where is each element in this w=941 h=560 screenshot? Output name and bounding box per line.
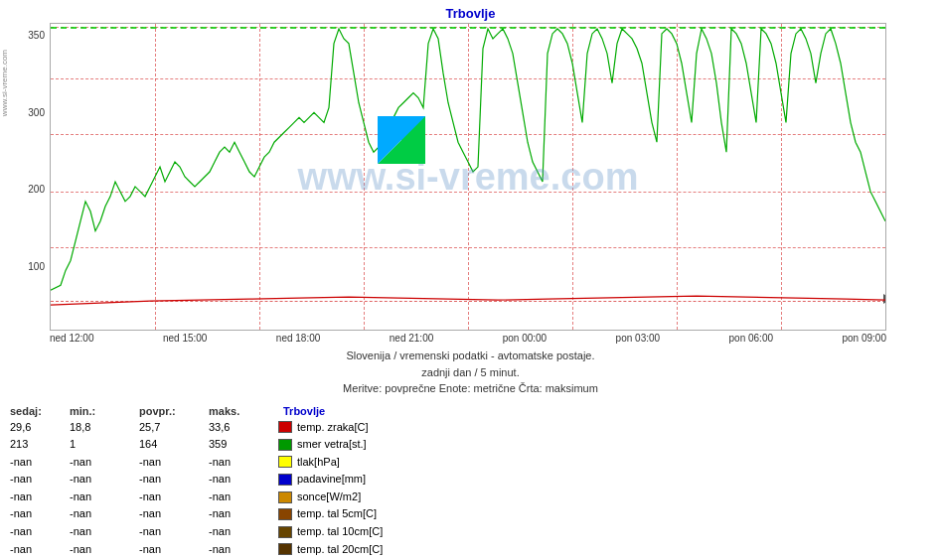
legend-color-2	[278, 456, 292, 468]
chart-area: www.si-vreme.com	[50, 23, 886, 331]
chart-svg	[51, 24, 885, 330]
legend-color-3	[278, 474, 292, 486]
legend-color-4	[278, 491, 292, 503]
stats-rows: 29,6 18,8 25,7 33,6 temp. zraka[C] 213 1…	[10, 419, 931, 561]
main-container: Trbovlje 350 300 200 100 www.si-vreme.co…	[0, 0, 941, 560]
stats-row-2: -nan -nan -nan -nan tlak[hPa]	[10, 454, 931, 472]
legend-label-7: temp. tal 20cm[C]	[297, 541, 383, 559]
stats-row-1: 213 1 164 359 smer vetra[st.]	[10, 436, 931, 454]
stats-header-row: sedaj: min.: povpr.: maks. Trbovlje	[10, 405, 931, 417]
legend-color-7	[278, 543, 292, 555]
stats-row-4: -nan -nan -nan -nan sonce[W/m2]	[10, 489, 931, 506]
legend-label-4: sonce[W/m2]	[297, 489, 361, 506]
legend-label-1: smer vetra[st.]	[297, 436, 367, 454]
legend-label-5: temp. tal 5cm[C]	[297, 505, 377, 523]
legend-color-5	[278, 508, 292, 520]
stats-row-5: -nan -nan -nan -nan temp. tal 5cm[C]	[10, 505, 931, 523]
legend-label-2: tlak[hPa]	[297, 454, 340, 472]
legend-color-0	[278, 421, 292, 433]
legend-label-0: temp. zraka[C]	[297, 419, 369, 437]
stats-row-7: -nan -nan -nan -nan temp. tal 20cm[C]	[10, 541, 931, 559]
x-axis-labels: ned 12:00 ned 15:00 ned 18:00 ned 21:00 …	[50, 333, 886, 344]
stats-table: sedaj: min.: povpr.: maks. Trbovlje 29,6…	[10, 405, 931, 561]
stats-row-6: -nan -nan -nan -nan temp. tal 10cm[C]	[10, 523, 931, 541]
legend-color-6	[278, 526, 292, 538]
green-line	[51, 29, 885, 290]
legend-label-6: temp. tal 10cm[C]	[297, 523, 383, 541]
legend-color-1	[278, 439, 292, 451]
side-label: www.si-vreme.com	[0, 50, 10, 116]
subtitle: Slovenija / vremenski podatki - avtomats…	[0, 348, 941, 397]
red-line	[51, 296, 885, 305]
chart-title: Trbovlje	[0, 0, 941, 23]
stats-row-0: 29,6 18,8 25,7 33,6 temp. zraka[C]	[10, 419, 931, 437]
stats-row-3: -nan -nan -nan -nan padavine[mm]	[10, 471, 931, 489]
legend-label-3: padavine[mm]	[297, 471, 366, 489]
